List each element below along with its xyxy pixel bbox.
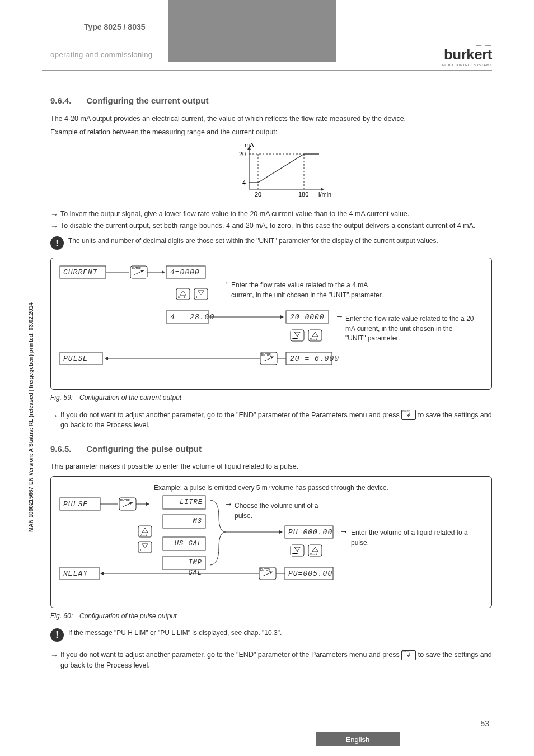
svg-text:→: →: [221, 278, 229, 287]
chart-x-label: l/min: [318, 191, 331, 198]
document-meta-sidebar: MAN 1000215667 EN Version: A Status: RL …: [28, 302, 34, 532]
svg-text:0.....9: 0.....9: [140, 533, 147, 536]
fig59-flow-diagram: ENTER 0.....9 ⟵ → →: [50, 258, 492, 390]
svg-marker-16: [162, 270, 165, 274]
fig59-hint2: Enter the flow rate value related to the…: [345, 314, 474, 343]
page-number: 53: [480, 719, 489, 728]
svg-marker-63: [279, 530, 283, 534]
fig59-current-label: CURRENT: [63, 268, 98, 278]
svg-text:ENTER: ENTER: [120, 498, 130, 502]
brand-logo: — — burkert FLUID CONTROL SYSTEMS: [442, 42, 492, 67]
svg-marker-50: [146, 502, 149, 506]
fig60-pu-005: PU=005.00: [288, 569, 332, 580]
svg-text:ENTER: ENTER: [261, 353, 271, 356]
section-965-notice-text: If the message "PU H LIM" or "PU L LIM" …: [68, 628, 492, 638]
svg-line-7: [258, 154, 304, 183]
fig60-unit-litre: LITRE: [180, 498, 202, 507]
current-output-chart: mA 20 4 20 180 l/min: [50, 142, 492, 203]
fig60-pu-000: PU=000.00: [288, 528, 332, 538]
svg-text:⟵: ⟵: [292, 337, 298, 340]
logo-text: burkert: [442, 46, 492, 63]
section-964-notice-text: The units and number of decimal digits a…: [68, 236, 492, 246]
svg-marker-78: [100, 572, 104, 575]
fig60-flow-diagram: Example: a pulse is emitted every 5 m³ v…: [50, 476, 492, 608]
svg-text:⟵: ⟵: [140, 548, 146, 552]
section-964-intro2: Example of relation between the measurin…: [50, 127, 492, 137]
svg-marker-42: [105, 357, 108, 360]
svg-marker-27: [280, 315, 284, 319]
fig60-hint2: Enter the volume of a liquid related to …: [351, 528, 469, 548]
fig59-caption: Fig. 59: Configuration of the current ou…: [50, 393, 492, 403]
fig60-hint1: Choose the volume unit of a pulse.: [235, 501, 330, 521]
chap-10-3-link[interactable]: "10.3": [262, 629, 280, 637]
page-content: 9.6.4. Configuring the current output Th…: [50, 92, 492, 722]
type-title: Type 8025 / 8035: [84, 22, 145, 31]
fig59-4-28: 4 = 28.00: [170, 312, 214, 323]
section-965-heading: 9.6.5. Configuring the pulse output: [50, 443, 492, 455]
section-965-title: Configuring the pulse output: [86, 444, 202, 454]
svg-text:0.....9: 0.....9: [310, 552, 317, 556]
section-964-after: If you do not want to adjust another par…: [50, 410, 492, 431]
chart-ytick-4: 4: [242, 179, 246, 186]
fig60-pulse-label: PULSE: [63, 500, 88, 510]
fig59-20-6: 20 = 6.000: [290, 354, 339, 365]
svg-text:→: →: [224, 499, 233, 508]
section-964-bullet1: To invert the output signal, give a lowe…: [50, 209, 492, 219]
header-subtitle: operating and commissioning: [50, 50, 153, 59]
fig60-caption: Fig. 60: Configuration of the pulse outp…: [50, 612, 492, 621]
fig59-hint1: Enter the flow rate value related to the…: [231, 281, 388, 300]
fig60-unit-m3: M3: [180, 517, 202, 526]
attention-icon: !: [50, 236, 64, 250]
chart-svg: mA 20 4 20 180 l/min: [210, 142, 333, 200]
enter-key-icon: ↲: [401, 650, 416, 660]
svg-text:0.....9: 0.....9: [310, 337, 317, 340]
logo-tagline: FLUID CONTROL SYSTEMS: [442, 63, 492, 67]
header-divider: [42, 70, 492, 71]
svg-text:→: →: [340, 526, 348, 536]
section-965-intro: This parameter makes it possible to ente…: [50, 461, 492, 472]
language-tab: English: [316, 732, 400, 746]
chart-ytick-20: 20: [239, 151, 246, 157]
page-header: Type 8025 / 8035 operating and commissio…: [0, 17, 534, 62]
fig59-20-0000: 20=0000: [290, 312, 325, 323]
svg-text:→: →: [335, 311, 344, 321]
section-965-notice: ! If the message "PU H LIM" or "PU L LIM…: [50, 628, 492, 642]
fig59-4-0000: 4=0000: [170, 268, 200, 278]
fig60-relay-label: RELAY: [63, 569, 88, 580]
svg-text:ENTER: ENTER: [132, 267, 141, 270]
svg-text:0.....9: 0.....9: [178, 296, 185, 299]
section-964-num: 9.6.4.: [50, 95, 84, 107]
fig60-unit-usgal: US GAL: [174, 539, 202, 549]
section-964-title: Configuring the current output: [86, 96, 208, 105]
chart-xtick-20: 20: [255, 191, 261, 198]
fig59-pulse-label: PULSE: [63, 354, 88, 365]
section-964-intro1: The 4-20 mA output provides an electrica…: [50, 114, 492, 124]
enter-key-icon: ↲: [401, 410, 416, 420]
section-964-bullet2: To disable the current output, set both …: [50, 221, 492, 231]
section-964-heading: 9.6.4. Configuring the current output: [50, 95, 492, 107]
fig60-unit-impgal: IMP GAL: [171, 558, 202, 578]
chart-xtick-180: 180: [298, 191, 308, 198]
svg-text:⟵: ⟵: [292, 552, 298, 556]
section-964-notice: ! The units and number of decimal digits…: [50, 236, 492, 250]
section-965-after: If you do not want to adjust another par…: [50, 650, 492, 670]
svg-text:ENTER: ENTER: [260, 568, 270, 571]
attention-icon: !: [50, 628, 64, 642]
section-965-num: 9.6.5.: [50, 443, 84, 455]
svg-text:⟵: ⟵: [196, 295, 202, 299]
